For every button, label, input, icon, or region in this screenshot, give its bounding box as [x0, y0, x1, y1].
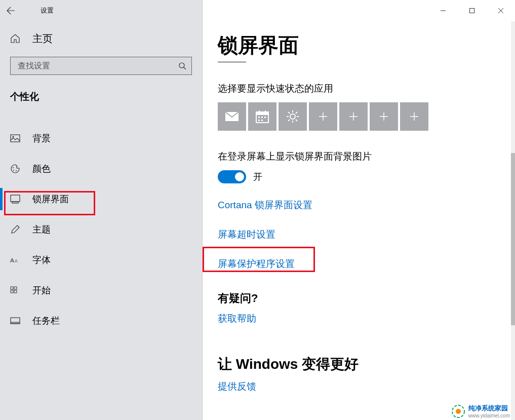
app-tiles-row — [218, 102, 515, 131]
svg-point-4 — [13, 170, 14, 171]
plus-icon — [379, 111, 389, 122]
back-button[interactable] — [0, 0, 21, 21]
plus-icon — [348, 111, 359, 122]
lock-screen-icon — [10, 195, 20, 204]
tile-add-1[interactable] — [309, 102, 337, 131]
brush-icon — [10, 224, 20, 235]
tile-mail[interactable] — [218, 102, 246, 131]
svg-point-26 — [290, 114, 295, 119]
tile-weather[interactable] — [279, 102, 307, 131]
maximize-icon — [469, 8, 475, 14]
link-help[interactable]: 获取帮助 — [218, 312, 256, 325]
svg-line-33 — [288, 120, 290, 121]
home-label: 主页 — [32, 32, 53, 46]
svg-text:A: A — [15, 259, 18, 263]
link-timeout[interactable]: 屏幕超时设置 — [218, 228, 275, 241]
sidebar-item-fonts[interactable]: AA 字体 — [0, 245, 202, 275]
help-heading: 有疑问? — [218, 291, 515, 306]
tile-add-3[interactable] — [370, 102, 398, 131]
svg-line-32 — [296, 120, 297, 121]
svg-text:A: A — [10, 257, 14, 264]
svg-rect-10 — [11, 287, 13, 289]
svg-line-34 — [296, 112, 297, 113]
sidebar-item-background[interactable]: 背景 — [0, 123, 202, 154]
sidebar-item-lockscreen[interactable]: 锁屏界面 — [0, 184, 202, 214]
watermark-line2: www.yidaimei.com — [468, 413, 510, 418]
scrollbar[interactable] — [511, 21, 515, 420]
nav-label: 颜色 — [32, 163, 51, 175]
quick-status-label: 选择要显示快速状态的应用 — [218, 82, 515, 95]
link-feedback[interactable]: 提供反馈 — [218, 380, 256, 393]
search-input[interactable] — [11, 61, 173, 70]
page-title: 锁屏界面 — [218, 31, 515, 59]
svg-point-2 — [13, 136, 14, 138]
minimize-button[interactable] — [428, 0, 457, 21]
svg-rect-12 — [11, 290, 13, 293]
arrow-left-icon — [6, 6, 15, 15]
nav-label: 任务栏 — [32, 315, 60, 327]
plus-icon — [318, 111, 328, 122]
main-content-area: 锁屏界面 选择要显示快速状态的应用 — [203, 0, 515, 420]
nav-list: 背景 颜色 锁屏界面 主题 AA 字体 — [0, 123, 202, 336]
taskbar-icon — [10, 317, 20, 324]
tile-add-4[interactable] — [400, 102, 428, 131]
svg-rect-13 — [14, 290, 17, 293]
picture-icon — [10, 134, 20, 142]
nav-label: 锁屏界面 — [32, 193, 69, 205]
svg-rect-11 — [14, 287, 17, 289]
start-icon — [10, 286, 20, 294]
home-icon — [10, 33, 20, 44]
svg-rect-24 — [258, 120, 260, 121]
toggle-row: 开 — [218, 170, 515, 183]
nav-label: 主题 — [32, 223, 51, 236]
calendar-icon — [256, 110, 269, 123]
watermark-logo-icon — [451, 404, 465, 418]
svg-rect-21 — [258, 117, 260, 118]
signin-bg-toggle[interactable] — [218, 170, 246, 183]
link-cortana[interactable]: Cortana 锁屏界面设置 — [218, 199, 312, 212]
category-heading: 个性化 — [0, 75, 202, 108]
svg-rect-15 — [11, 322, 20, 324]
window-controls — [428, 0, 515, 21]
home-nav[interactable]: 主页 — [0, 21, 202, 56]
svg-rect-18 — [256, 112, 268, 115]
sidebar-item-themes[interactable]: 主题 — [0, 214, 202, 245]
sidebar: 设置 主页 个性化 背景 颜色 锁屏界面 — [0, 0, 203, 420]
sidebar-item-colors[interactable]: 颜色 — [0, 154, 202, 184]
link-screensaver[interactable]: 屏幕保护程序设置 — [218, 257, 295, 271]
close-icon — [498, 8, 504, 14]
svg-rect-44 — [469, 9, 474, 13]
mail-icon — [225, 111, 239, 122]
nav-label: 背景 — [32, 132, 51, 144]
minimize-icon — [440, 8, 446, 14]
tile-calendar[interactable] — [248, 102, 276, 131]
svg-point-0 — [179, 63, 184, 68]
search-box[interactable] — [10, 57, 192, 75]
signin-bg-label: 在登录屏幕上显示锁屏界面背景图片 — [218, 150, 515, 163]
watermark: 纯净系统家园 www.yidaimei.com — [451, 404, 510, 418]
title-underline — [218, 61, 246, 63]
sidebar-item-start[interactable]: 开始 — [0, 275, 202, 306]
maximize-button[interactable] — [457, 0, 486, 21]
plus-icon — [409, 111, 419, 122]
svg-rect-22 — [261, 117, 263, 118]
svg-point-5 — [16, 170, 17, 171]
titlebar: 设置 — [0, 0, 202, 21]
sidebar-item-taskbar[interactable]: 任务栏 — [0, 306, 202, 336]
feedback-heading: 让 Windows 变得更好 — [218, 355, 515, 374]
palette-icon — [10, 164, 20, 174]
svg-point-3 — [13, 167, 14, 168]
toggle-knob — [235, 172, 244, 181]
watermark-line1: 纯净系统家园 — [468, 404, 510, 413]
scrollbar-thumb[interactable] — [511, 153, 515, 325]
svg-line-31 — [288, 112, 290, 113]
toggle-state-label: 开 — [253, 171, 262, 183]
font-icon: AA — [10, 255, 20, 264]
nav-label: 字体 — [32, 254, 51, 266]
svg-rect-6 — [11, 195, 20, 202]
sun-icon — [286, 109, 300, 124]
tile-add-2[interactable] — [339, 102, 368, 131]
nav-label: 开始 — [32, 284, 51, 296]
svg-point-48 — [456, 409, 461, 414]
close-button[interactable] — [486, 0, 515, 21]
